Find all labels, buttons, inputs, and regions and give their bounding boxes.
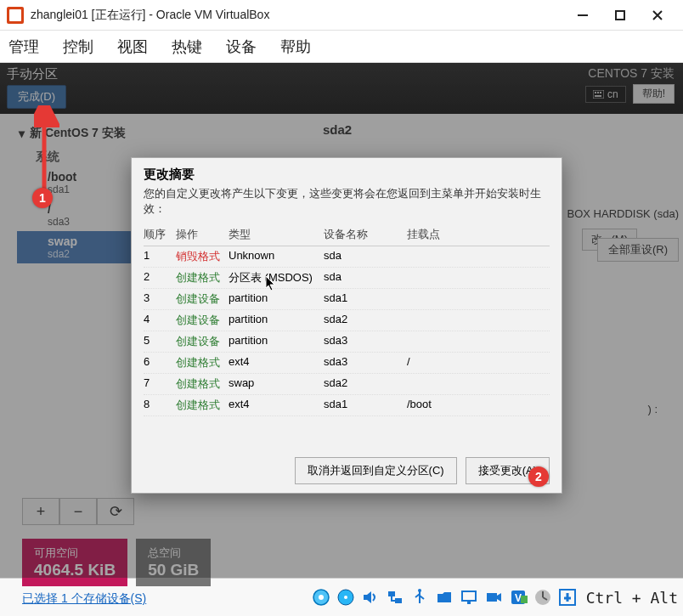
cell-device: sda2: [324, 376, 407, 392]
col-device: 设备名称: [324, 227, 407, 242]
cell-order: 2: [144, 270, 176, 285]
dialog-message: 您的自定义更改将产生以下变更，这些变更将会在您返回到主菜单并开始安装时生效：: [132, 186, 562, 223]
table-header: 顺序 操作 类型 设备名称 挂载点: [144, 223, 550, 246]
cpu-icon[interactable]: [532, 586, 554, 608]
cell-mount: [407, 376, 550, 392]
cell-device: sda2: [324, 313, 407, 328]
vm-state-icon[interactable]: V: [507, 586, 529, 608]
shared-folders-icon[interactable]: [433, 586, 455, 608]
cell-mount: [407, 334, 550, 349]
cell-action: 创建格式: [176, 355, 229, 370]
toolbar: + − ⟳: [22, 498, 134, 525]
cancel-button[interactable]: 取消并返回到自定义分区(C): [295, 457, 457, 484]
cell-order: 8: [144, 398, 176, 413]
table-row[interactable]: 8创建格式ext4sda1/boot: [144, 395, 550, 416]
display-icon[interactable]: [458, 586, 480, 608]
virtualbox-icon: [7, 7, 24, 24]
table-row[interactable]: 4创建设备partitionsda2: [144, 310, 550, 331]
table-row[interactable]: 1销毁格式Unknownsda: [144, 246, 550, 268]
cell-order: 7: [144, 376, 176, 392]
col-action: 操作: [176, 227, 229, 242]
menu-help[interactable]: 帮助: [280, 37, 311, 57]
cell-order: 6: [144, 355, 176, 370]
remove-mount-button[interactable]: −: [59, 498, 97, 525]
menu-view[interactable]: 视图: [117, 37, 148, 57]
page-title: 手动分区: [7, 66, 570, 82]
usb-icon[interactable]: [409, 586, 431, 608]
host-key-indicator: Ctrl + Alt: [586, 589, 678, 607]
cell-mount: /boot: [407, 398, 550, 413]
hdd-icon[interactable]: [310, 586, 332, 608]
menubar: 管理 控制 视图 热键 设备 帮助: [0, 31, 683, 63]
table-row[interactable]: 3创建设备partitionsda1: [144, 289, 550, 310]
cell-device: sda: [324, 249, 407, 264]
col-type: 类型: [229, 227, 324, 242]
table-row[interactable]: 7创建格式swapsda2: [144, 374, 550, 395]
svg-rect-1: [595, 92, 596, 93]
tree-heading[interactable]: ▾ 新 CentOS 7 安装: [17, 122, 314, 144]
svg-text:V: V: [515, 592, 522, 604]
available-space-label: 可用空间: [34, 545, 116, 561]
cell-type: partition: [229, 291, 324, 307]
svg-rect-15: [487, 593, 497, 602]
storage-devices-link[interactable]: 已选择 1 个存储设备(S): [22, 591, 146, 607]
svg-rect-11: [395, 598, 402, 603]
cell-order: 4: [144, 313, 176, 328]
keyboard-indicator[interactable]: cn: [585, 86, 626, 103]
installer-header: 手动分区 完成(D) CENTOS 7 安装 cn 帮助!: [0, 63, 683, 114]
reload-button[interactable]: ⟳: [97, 498, 134, 525]
reset-all-button[interactable]: 全部重设(R): [597, 238, 679, 262]
audio-icon[interactable]: [359, 586, 381, 608]
table-row[interactable]: 5创建设备partitionsda3: [144, 331, 550, 353]
svg-rect-10: [388, 591, 395, 596]
annotation-arrow: [34, 105, 59, 190]
add-mount-button[interactable]: +: [22, 498, 59, 525]
cell-action: 创建格式: [176, 270, 229, 285]
svg-rect-0: [593, 90, 604, 99]
table-row[interactable]: 6创建格式ext4sda3/: [144, 353, 550, 374]
svg-point-9: [344, 596, 347, 599]
recording-icon[interactable]: [483, 586, 505, 608]
cell-mount: [407, 249, 550, 264]
titlebar: zhanglei01 [正在运行] - Oracle VM VirtualBox: [0, 0, 683, 31]
window-title: zhanglei01 [正在运行] - Oracle VM VirtualBox: [31, 8, 564, 23]
menu-hotkeys[interactable]: 热键: [172, 37, 202, 57]
svg-point-12: [418, 589, 421, 592]
cell-type: ext4: [229, 398, 324, 413]
cell-order: 1: [144, 249, 176, 264]
col-order: 顺序: [144, 227, 176, 242]
cell-action: 创建格式: [176, 398, 229, 413]
cell-mount: [407, 291, 550, 307]
svg-rect-4: [595, 95, 601, 97]
network-icon[interactable]: [384, 586, 406, 608]
cell-type: swap: [229, 376, 324, 392]
changes-summary-dialog: 更改摘要 您的自定义更改将产生以下变更，这些变更将会在您返回到主菜单并开始安装时…: [131, 157, 562, 494]
mouse-integration-icon[interactable]: [556, 586, 579, 608]
menu-control[interactable]: 控制: [63, 37, 93, 57]
cell-action: 创建设备: [176, 313, 229, 328]
keyboard-layout: cn: [607, 88, 618, 100]
annotation-badge-2: 2: [528, 466, 549, 487]
cell-device: sda1: [324, 398, 407, 413]
cell-mount: /: [407, 355, 550, 370]
changes-table: 顺序 操作 类型 设备名称 挂载点 1销毁格式Unknownsda2创建格式分区…: [132, 223, 562, 416]
menu-devices[interactable]: 设备: [226, 37, 257, 57]
svg-rect-14: [467, 602, 471, 604]
annotation-badge-1: 1: [32, 188, 53, 208]
help-button[interactable]: 帮助!: [633, 84, 675, 104]
space-summary: 可用空间 4064.5 KiB 总空间 50 GiB: [22, 539, 211, 586]
cell-mount: [407, 270, 550, 285]
close-button[interactable]: [639, 3, 676, 27]
svg-rect-13: [462, 591, 476, 601]
close-icon: [652, 9, 663, 21]
col-mount: 挂载点: [407, 227, 550, 242]
total-space-value: 50 GiB: [148, 561, 199, 579]
right-pane-title: sda2: [323, 122, 352, 137]
minimize-button[interactable]: [564, 3, 601, 27]
table-row[interactable]: 2创建格式分区表 (MSDOS)sda: [144, 268, 550, 289]
optical-icon[interactable]: [335, 586, 357, 608]
menu-manage[interactable]: 管理: [8, 37, 39, 57]
maximize-button[interactable]: [601, 3, 639, 27]
total-space-label: 总空间: [148, 545, 199, 561]
cell-mount: [407, 313, 550, 328]
